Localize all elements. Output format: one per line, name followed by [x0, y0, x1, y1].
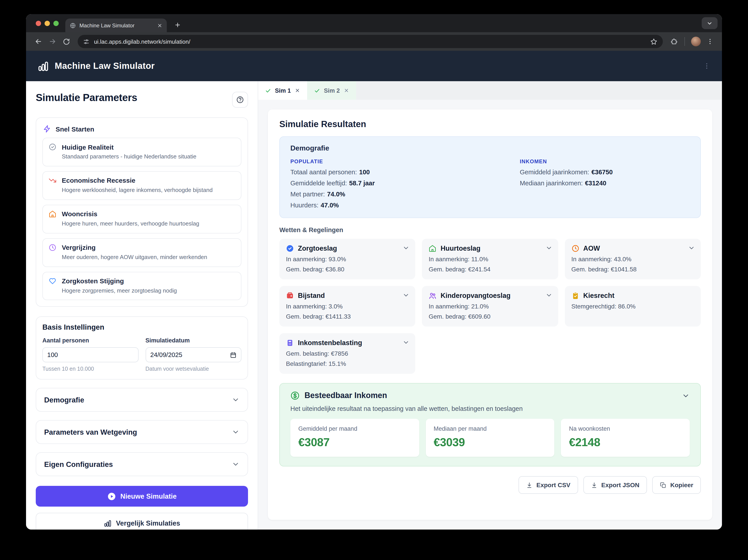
wet-card-kinderopvangtoeslag[interactable]: Kinderopvangtoeslag In aanmerking: 21.0%…: [422, 286, 558, 327]
address-bar[interactable]: ui.lac.apps.digilab.network/simulation/: [78, 35, 663, 48]
browser-tab-title: Machine Law Simulator: [79, 22, 154, 28]
chevron-down-icon[interactable]: [688, 244, 695, 252]
stat-row: Met partner:74.0%: [290, 191, 520, 198]
aantal-personen-input[interactable]: 100: [42, 348, 138, 363]
quickstart-zorgkosten-stijging[interactable]: Zorgkosten Stijging Hogere zorgpremies, …: [42, 272, 241, 300]
chevron-down-icon[interactable]: [403, 292, 410, 299]
nieuwe-simulatie-button[interactable]: Nieuwe Simulatie: [36, 486, 248, 507]
help-circle-icon: [236, 96, 244, 104]
chevron-down-icon: [232, 396, 240, 404]
window-controls: [36, 14, 59, 32]
simulation-tabbar: Sim 1 Sim 2: [258, 81, 722, 100]
stat-gemiddeld-per-maand: Gemiddeld per maand €3087: [290, 419, 419, 457]
help-button[interactable]: [232, 92, 248, 108]
besteedbaar-title: Besteedbaar Inkomen: [304, 391, 387, 400]
section-eigen-configuraties[interactable]: Eigen Configuraties: [36, 452, 248, 476]
browser-menu-icon[interactable]: [706, 38, 714, 45]
download-icon: [526, 482, 533, 488]
close-icon[interactable]: [344, 88, 349, 93]
browser-tab[interactable]: Machine Law Simulator: [65, 19, 167, 32]
trending-down-icon: [49, 177, 56, 184]
check-circle-icon: [49, 143, 56, 151]
tab-search-button[interactable]: [702, 17, 718, 29]
basis-title: Basis Instellingen: [42, 323, 241, 332]
parameters-sidebar: Simulatie Parameters Snel Starten Huidig…: [26, 81, 258, 530]
page-content: Simulatie Parameters Snel Starten Huidig…: [26, 81, 722, 530]
app-logo-icon: [38, 60, 49, 72]
quickstart-vergrijzing[interactable]: Vergrijzing Meer ouderen, hogere AOW uit…: [42, 238, 241, 267]
app-menu-icon[interactable]: [703, 62, 710, 70]
chevron-down-icon[interactable]: [545, 292, 552, 299]
play-circle-icon: [107, 492, 116, 501]
vergelijk-simulaties-button[interactable]: Vergelijk Simulaties: [36, 513, 248, 530]
stat-na-woonkosten: Na woonkosten €2148: [561, 419, 690, 457]
clipboard-check-icon: [571, 292, 579, 300]
browser-toolbar: ui.lac.apps.digilab.network/simulation/: [26, 32, 722, 51]
tab-close-icon[interactable]: [157, 23, 162, 28]
profile-avatar[interactable]: [691, 37, 701, 46]
toolbar-divider: [684, 37, 685, 46]
zap-icon: [43, 125, 51, 133]
extensions-puzzle-icon[interactable]: [670, 38, 678, 45]
app-title: Machine Law Simulator: [55, 61, 155, 71]
chevron-down-icon: [232, 461, 240, 468]
stat-row: Gemiddelde leeftijd:58.7 jaar: [290, 180, 520, 187]
chevron-down-icon[interactable]: [682, 392, 690, 400]
sim-tab-1[interactable]: Sim 1: [258, 81, 307, 100]
back-icon[interactable]: [34, 38, 42, 45]
close-window-button[interactable]: [36, 21, 41, 26]
quickstart-wooncrisis[interactable]: Wooncrisis Hogere huren, meer huurders, …: [42, 205, 241, 233]
new-tab-button[interactable]: [172, 19, 183, 30]
section-parameters-wetgeving[interactable]: Parameters van Wetgeving: [36, 420, 248, 444]
check-icon: [265, 88, 271, 93]
wet-card-kiesrecht[interactable]: Kiesrecht Stemgerechtigd: 86.0%: [565, 286, 701, 327]
wet-card-huurtoeslag[interactable]: Huurtoeslag In aanmerking: 11.0% Gem. be…: [422, 239, 558, 279]
chevron-down-icon[interactable]: [403, 339, 410, 346]
quickstart-economische-recessie[interactable]: Economische Recessie Hogere werkloosheid…: [42, 171, 241, 200]
reload-icon[interactable]: [63, 38, 70, 45]
bookmark-star-icon[interactable]: [650, 38, 657, 45]
site-settings-icon[interactable]: [83, 38, 90, 45]
url-text: ui.lac.apps.digilab.network/simulation/: [94, 38, 650, 45]
minimize-window-button[interactable]: [45, 21, 50, 26]
quick-start-card: Snel Starten Huidige Realiteit Standaard…: [36, 117, 248, 307]
stat-row: Totaal aantal personen:100: [290, 168, 520, 176]
quick-start-title: Snel Starten: [55, 125, 94, 133]
besteedbaar-description: Het uiteindelijke resultaat na toepassin…: [290, 405, 690, 412]
results-main: Sim 1 Sim 2 Simulatie Resultaten Demogra…: [258, 81, 722, 530]
maximize-window-button[interactable]: [53, 21, 59, 26]
chevron-down-icon[interactable]: [545, 244, 552, 252]
wet-card-zorgtoeslag[interactable]: Zorgtoeslag In aanmerking: 93.0% Gem. be…: [279, 239, 416, 279]
aantal-personen-field: Aantal personen 100 Tussen 10 en 10.000: [42, 337, 138, 372]
check-icon: [314, 88, 320, 93]
download-icon: [591, 482, 597, 488]
plus-icon: [174, 21, 181, 28]
clock-icon: [571, 244, 579, 252]
chevron-down-icon: [706, 20, 713, 26]
stat-row: Gemiddeld jaarinkomen:€36750: [520, 168, 690, 176]
kopieer-button[interactable]: Kopieer: [652, 476, 701, 494]
basis-instellingen-card: Basis Instellingen Aantal personen 100 T…: [36, 317, 248, 380]
quickstart-huidige-realiteit[interactable]: Huidige Realiteit Standaard parameters -…: [42, 138, 241, 166]
simulatiedatum-input[interactable]: 24/09/2025: [145, 348, 241, 363]
chevron-down-icon[interactable]: [403, 244, 410, 252]
calendar-icon[interactable]: [230, 352, 236, 358]
wet-card-inkomstenbelasting[interactable]: Inkomstenbelasting Gem. belasting: €7856…: [279, 333, 416, 374]
wet-card-aow[interactable]: AOW In aanmerking: 43.0% Gem. bedrag: €1…: [565, 239, 701, 279]
heart-icon: [49, 277, 56, 285]
export-json-button[interactable]: Export JSON: [583, 476, 647, 494]
screen: Machine Law Simulator ui.lac.apps.digila…: [0, 0, 748, 560]
sim-tab-2[interactable]: Sim 2: [307, 81, 356, 100]
stat-row: Huurders:47.0%: [290, 202, 520, 209]
export-csv-button[interactable]: Export CSV: [518, 476, 578, 494]
stat-mediaan-per-maand: Mediaan per maand €3039: [426, 419, 554, 457]
wetten-grid: Zorgtoeslag In aanmerking: 93.0% Gem. be…: [279, 239, 701, 374]
section-demografie[interactable]: Demografie: [36, 388, 248, 412]
forward-icon[interactable]: [49, 38, 56, 45]
close-icon[interactable]: [295, 88, 300, 93]
results-scroll-area[interactable]: Simulatie Resultaten Demografie POPULATI…: [258, 100, 722, 530]
badge-check-icon: [286, 244, 294, 252]
browser-tabstrip: Machine Law Simulator: [26, 14, 722, 32]
wet-card-bijstand[interactable]: Bijstand In aanmerking: 3.0% Gem. bedrag…: [279, 286, 416, 327]
besteedbaar-inkomen-panel: Besteedbaar Inkomen Het uiteindelijke re…: [279, 383, 701, 466]
